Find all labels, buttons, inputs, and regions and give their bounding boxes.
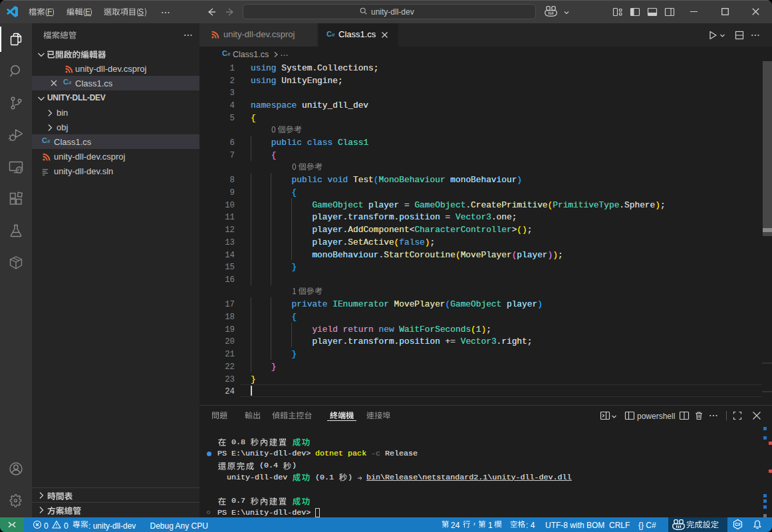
svg-text:C#: C#	[735, 522, 741, 527]
